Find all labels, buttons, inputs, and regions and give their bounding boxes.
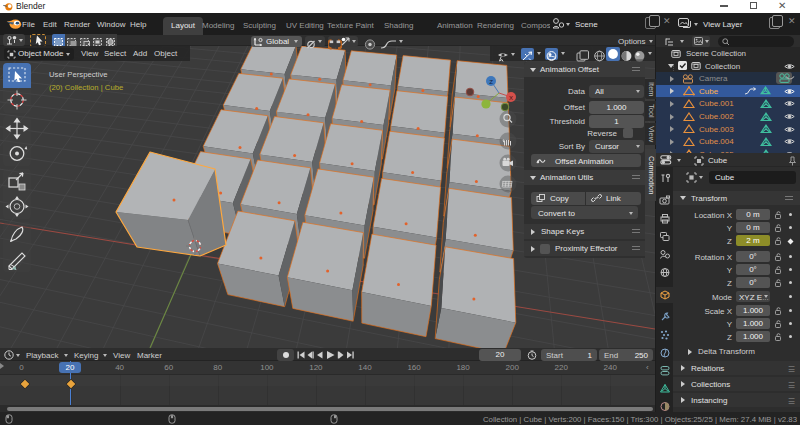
svg-text:(20) Collection | Cube: (20) Collection | Cube — [49, 83, 123, 92]
svg-text:Z: Z — [489, 79, 493, 85]
svg-text:X: X — [509, 95, 513, 101]
svg-text:User Perspective: User Perspective — [49, 70, 108, 79]
